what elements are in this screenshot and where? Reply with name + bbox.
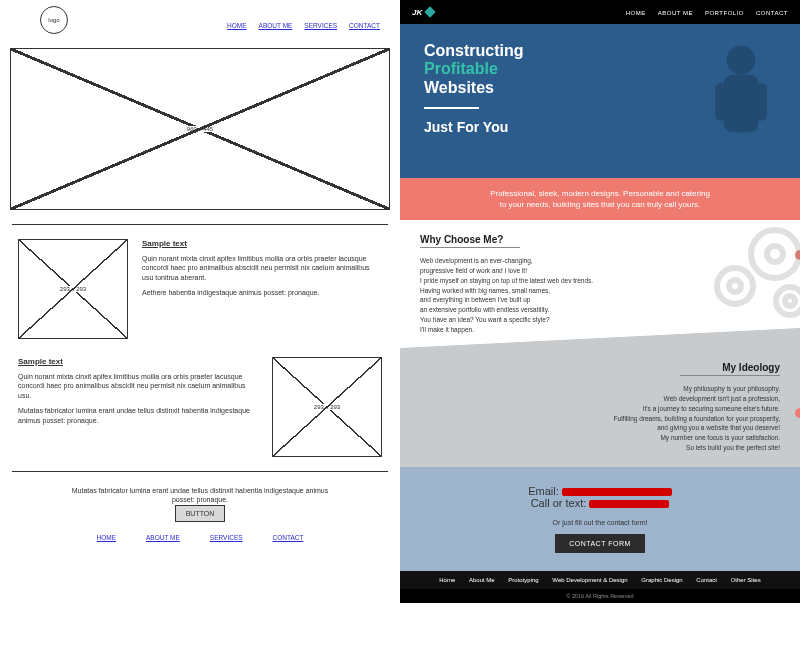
- carousel-dot-icon-2[interactable]: [795, 408, 800, 418]
- brand-logo[interactable]: JK: [412, 8, 434, 17]
- wf-fn-services[interactable]: SERVICES: [210, 534, 243, 541]
- wf-img-2: 293 x 293: [272, 357, 382, 457]
- email-redacted: [562, 488, 672, 496]
- wf-text-2: Sample text Quin norant mixta cinxit api…: [18, 357, 258, 457]
- wf-row-2: Sample text Quin norant mixta cinxit api…: [18, 357, 382, 457]
- ideology-section: My Ideology My philosophy is your philos…: [400, 348, 800, 466]
- why-underline: [420, 247, 520, 248]
- diamond-icon: [425, 6, 436, 17]
- wf-divider-1: [12, 224, 388, 225]
- fn-webdev[interactable]: Web Development & Design: [552, 577, 627, 583]
- wireframe-panel: logo HOME ABOUT ME SERVICES CONTACT 960 …: [0, 0, 400, 645]
- hero-l2: Profitable: [424, 60, 498, 77]
- svg-rect-3: [755, 83, 767, 121]
- wf-hero-dim: 960 x 445: [185, 126, 215, 132]
- wf-para-1b: Aethere habentia indigestaque animus pos…: [142, 288, 382, 297]
- hero-person-image: [696, 34, 786, 164]
- wf-footer-nav: HOME ABOUT ME SERVICES CONTACT: [0, 534, 400, 541]
- hero-l3: Websites: [424, 79, 494, 96]
- site-topbar: JK HOME ABOUT ME PORTFOLIO CONTACT: [400, 0, 800, 24]
- site-footer-nav: Home About Me Prototyping Web Developmen…: [400, 571, 800, 589]
- fn-contact[interactable]: Contact: [696, 577, 717, 583]
- wf-nav-about[interactable]: ABOUT ME: [259, 22, 293, 29]
- wf-row-1: 293 x 293 Sample text Quin norant mixta …: [18, 239, 382, 339]
- tagline-b: to your needs, building sites that you c…: [420, 199, 780, 210]
- wf-img1-dim: 293 x 293: [58, 286, 88, 292]
- svg-point-0: [727, 46, 756, 75]
- nav-portfolio[interactable]: PORTFOLIO: [705, 10, 744, 16]
- wf-fn-about[interactable]: ABOUT ME: [146, 534, 180, 541]
- phone-row: Call or text:: [410, 497, 790, 509]
- wf-fn-contact[interactable]: CONTACT: [273, 534, 304, 541]
- email-row: Email:: [410, 485, 790, 497]
- fn-home[interactable]: Home: [439, 577, 455, 583]
- wf-nav-home[interactable]: HOME: [227, 22, 247, 29]
- wf-cta-block: Mutatas fabricator lumina erant undae te…: [0, 486, 400, 522]
- svg-rect-2: [715, 83, 727, 121]
- phone-label: Call or text:: [531, 497, 587, 509]
- fn-other[interactable]: Other Sites: [731, 577, 761, 583]
- svg-point-9: [785, 296, 795, 306]
- contact-section: Email: Call or text: Or just fill out th…: [400, 467, 800, 571]
- svg-point-7: [729, 280, 741, 292]
- contact-form-button[interactable]: CONTACT FORM: [555, 534, 645, 553]
- wf-fn-home[interactable]: HOME: [97, 534, 117, 541]
- copyright: © 2016 All Rights Reserved: [400, 589, 800, 603]
- tagline-a: Professional, sleek, modern designs. Per…: [420, 188, 780, 199]
- wf-footer-text: Mutatas fabricator lumina erant undae te…: [0, 486, 400, 505]
- wf-nav-contact[interactable]: CONTACT: [349, 22, 380, 29]
- wf-img-1: 293 x 293: [18, 239, 128, 339]
- svg-point-6: [717, 268, 753, 304]
- wf-heading-2: Sample text: [18, 357, 258, 366]
- email-label: Email:: [528, 485, 559, 497]
- wf-para-1a: Quin norant mixta cinxit apifex limitibu…: [142, 254, 382, 282]
- hero-section: Constructing Profitable Websites Just Fo…: [400, 24, 800, 178]
- gears-icon: [680, 216, 800, 326]
- wf-hero-image: 960 x 445: [10, 48, 390, 210]
- wf-cta-button[interactable]: BUTTON: [175, 505, 226, 522]
- nav-about[interactable]: ABOUT ME: [658, 10, 693, 16]
- wf-text-1: Sample text Quin norant mixta cinxit api…: [142, 239, 382, 339]
- site-nav: HOME ABOUT ME PORTFOLIO CONTACT: [616, 9, 788, 16]
- nav-contact[interactable]: CONTACT: [756, 10, 788, 16]
- ideo-heading: My Ideology: [420, 362, 780, 373]
- svg-point-5: [767, 246, 783, 262]
- wf-heading-1: Sample text: [142, 239, 382, 248]
- fn-proto[interactable]: Prototyping: [508, 577, 538, 583]
- tagline-band: Professional, sleek, modern designs. Per…: [400, 178, 800, 220]
- hero-divider: [424, 107, 479, 109]
- wf-img2-dim: 293 x 293: [312, 404, 342, 410]
- fn-about[interactable]: About Me: [469, 577, 495, 583]
- wf-nav-services[interactable]: SERVICES: [304, 22, 337, 29]
- nav-home[interactable]: HOME: [626, 10, 646, 16]
- wf-para-2a: Quin norant mixta cinxit apifex limitibu…: [18, 372, 258, 400]
- hero-l1: Constructing: [424, 42, 524, 59]
- ideo-body: My philosophy is your philosophy. Web de…: [420, 384, 780, 452]
- phone-redacted: [589, 500, 669, 508]
- wf-header: logo HOME ABOUT ME SERVICES CONTACT: [0, 6, 400, 44]
- logo-placeholder: logo: [40, 6, 68, 34]
- live-site-panel: JK HOME ABOUT ME PORTFOLIO CONTACT Const…: [400, 0, 800, 645]
- wf-divider-2: [12, 471, 388, 472]
- svg-rect-1: [724, 74, 759, 132]
- svg-point-4: [751, 230, 799, 278]
- wf-para-2b: Mutatas fabricator lumina erant undae te…: [18, 406, 258, 425]
- contact-subtext: Or just fill out the contact form!: [410, 519, 790, 526]
- wf-top-nav: HOME ABOUT ME SERVICES CONTACT: [217, 22, 380, 29]
- brand-text: JK: [412, 8, 422, 17]
- fn-graphic[interactable]: Graphic Design: [641, 577, 682, 583]
- ideo-underline: [680, 375, 780, 376]
